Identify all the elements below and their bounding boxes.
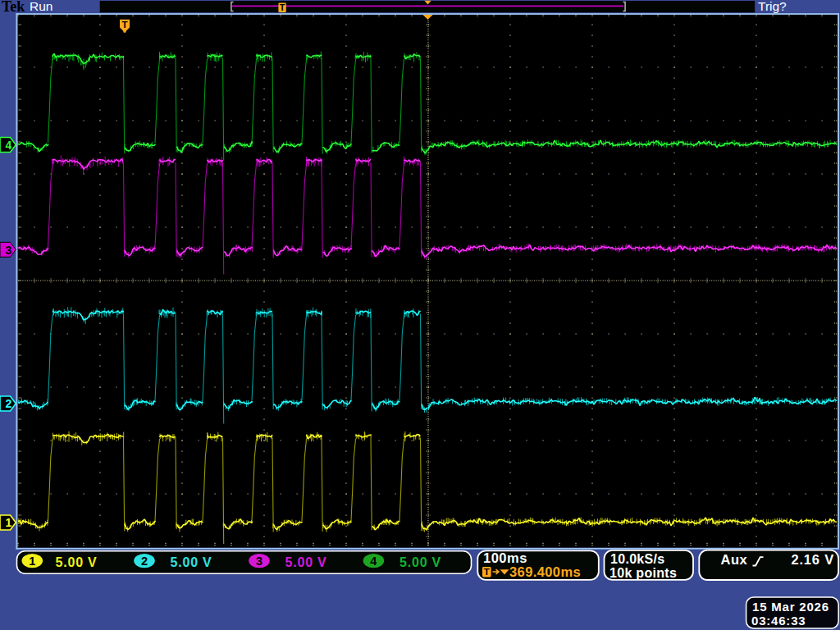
svg-text:100ms: 100ms bbox=[483, 550, 527, 565]
svg-text:1: 1 bbox=[5, 516, 11, 529]
svg-text:10.0kS/s: 10.0kS/s bbox=[610, 552, 664, 566]
svg-text:Tek: Tek bbox=[2, 0, 25, 15]
svg-text:T: T bbox=[280, 2, 285, 12]
svg-text:1: 1 bbox=[29, 555, 35, 568]
svg-text:Aux: Aux bbox=[721, 552, 748, 567]
svg-text:4: 4 bbox=[5, 139, 11, 152]
svg-text:2.16 V: 2.16 V bbox=[792, 552, 835, 567]
svg-text:5.00 V: 5.00 V bbox=[56, 555, 98, 569]
svg-text:4: 4 bbox=[370, 555, 377, 568]
svg-text:5.00 V: 5.00 V bbox=[399, 555, 441, 569]
svg-text:5.00 V: 5.00 V bbox=[285, 555, 327, 569]
svg-text:T: T bbox=[484, 567, 490, 577]
svg-text:T: T bbox=[122, 20, 128, 30]
svg-text:2: 2 bbox=[5, 397, 11, 410]
svg-text:369.400ms: 369.400ms bbox=[509, 564, 581, 579]
svg-text:03:46:33: 03:46:33 bbox=[751, 614, 806, 628]
svg-text:Trig?: Trig? bbox=[758, 0, 787, 13]
svg-text:3: 3 bbox=[256, 555, 262, 568]
svg-text:3: 3 bbox=[5, 244, 11, 257]
svg-text:Run: Run bbox=[30, 0, 52, 13]
svg-text:5.00 V: 5.00 V bbox=[171, 555, 212, 569]
svg-text:2: 2 bbox=[141, 555, 148, 568]
svg-text:10k points: 10k points bbox=[609, 566, 677, 580]
svg-text:15 Mar 2026: 15 Mar 2026 bbox=[752, 600, 829, 614]
